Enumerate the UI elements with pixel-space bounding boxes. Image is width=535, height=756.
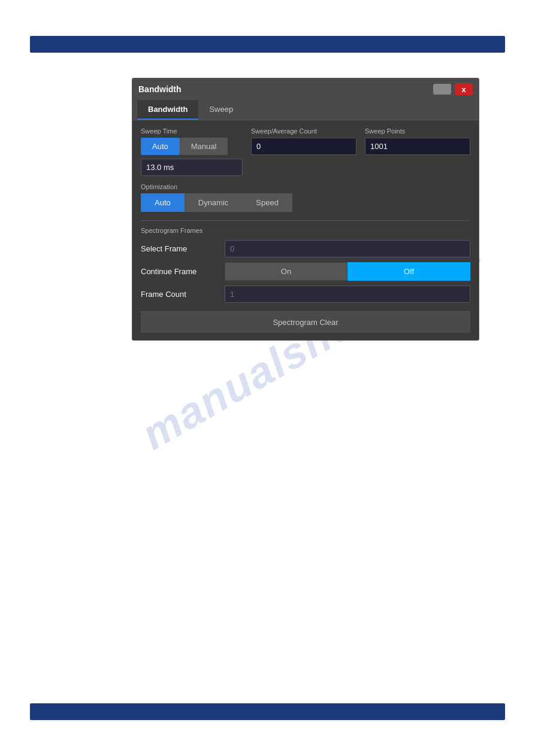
select-frame-row: Select Frame — [141, 240, 470, 257]
sweep-points-section: Sweep Points — [365, 127, 470, 176]
tab-sweep[interactable]: Sweep — [198, 100, 244, 120]
optimization-dynamic-btn[interactable]: Dynamic — [185, 193, 243, 212]
spectrogram-section: Spectrogram Frames Select Frame Continue… — [141, 220, 470, 333]
sweep-points-label: Sweep Points — [365, 127, 470, 135]
sweep-points-input[interactable] — [365, 138, 470, 155]
top-bar — [30, 36, 505, 53]
continue-frame-label: Continue Frame — [141, 267, 225, 276]
bandwidth-dialog: Bandwidth x Bandwidth Sweep Sweep Time A… — [132, 78, 479, 341]
sweep-avg-label: Sweep/Average Count — [251, 127, 356, 135]
frame-count-label: Frame Count — [141, 290, 225, 299]
continue-frame-on-btn[interactable]: On — [225, 262, 347, 281]
sweep-time-section: Sweep Time Auto Manual 13.0 ms — [141, 127, 243, 176]
dialog-title: Bandwidth — [138, 84, 182, 94]
sweep-time-btn-group: Auto Manual — [141, 138, 243, 155]
dialog-wrapper: Bandwidth x Bandwidth Sweep Sweep Time A… — [132, 78, 479, 341]
sweep-time-manual-btn[interactable]: Manual — [180, 138, 228, 155]
optimization-label: Optimization — [141, 183, 470, 190]
tab-bar: Bandwidth Sweep — [132, 100, 479, 120]
continue-frame-row: Continue Frame On Off — [141, 262, 470, 281]
frame-count-row: Frame Count — [141, 286, 470, 303]
frame-count-input[interactable] — [225, 286, 470, 303]
continue-frame-off-btn[interactable]: Off — [347, 262, 470, 281]
titlebar-controls: x — [433, 83, 473, 95]
dialog-content: Sweep Time Auto Manual 13.0 ms Sweep/Ave… — [132, 120, 479, 340]
minimize-button[interactable] — [433, 84, 451, 95]
optimization-section: Optimization Auto Dynamic Speed — [141, 183, 470, 212]
dialog-titlebar: Bandwidth x — [132, 78, 479, 100]
bottom-bar — [30, 703, 505, 720]
optimization-btn-group: Auto Dynamic Speed — [141, 193, 470, 212]
select-frame-label: Select Frame — [141, 244, 225, 253]
select-frame-input[interactable] — [225, 240, 470, 257]
continue-frame-toggle: On Off — [225, 262, 470, 281]
optimization-auto-btn[interactable]: Auto — [141, 193, 185, 212]
tab-bandwidth[interactable]: Bandwidth — [137, 100, 198, 120]
sweep-avg-input[interactable] — [251, 138, 356, 155]
spectrogram-section-label: Spectrogram Frames — [141, 227, 470, 234]
sweep-avg-section: Sweep/Average Count — [251, 127, 356, 176]
sweep-time-label: Sweep Time — [141, 127, 243, 135]
optimization-speed-btn[interactable]: Speed — [242, 193, 292, 212]
close-button[interactable]: x — [455, 83, 473, 95]
spectrogram-clear-btn[interactable]: Spectrogram Clear — [141, 311, 470, 333]
sweep-time-value: 13.0 ms — [141, 159, 243, 176]
sweep-time-auto-btn[interactable]: Auto — [141, 138, 180, 155]
